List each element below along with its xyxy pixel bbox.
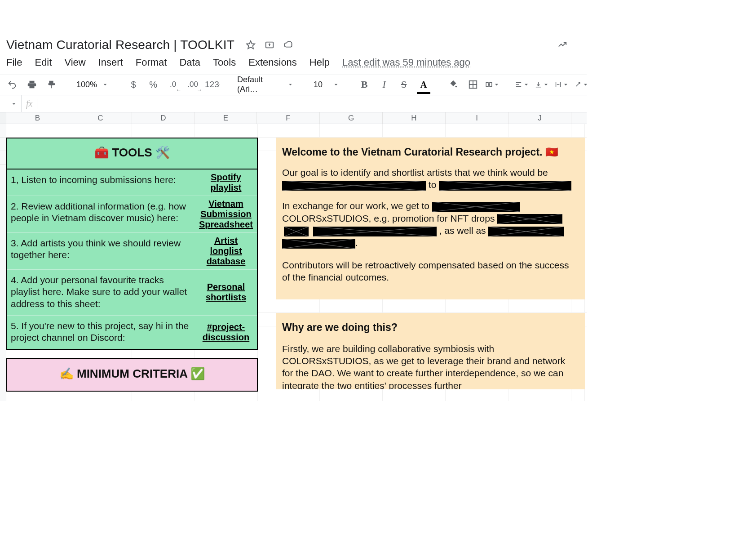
borders-button[interactable]	[465, 77, 481, 92]
text-color-button[interactable]: A	[416, 77, 431, 92]
welcome-p3: Contributors will be retroactively compe…	[282, 259, 579, 284]
tool-row-3-text: 3. Add artists you think we should revie…	[7, 233, 195, 269]
col-G[interactable]: G	[320, 112, 383, 124]
activity-icon[interactable]	[557, 39, 568, 50]
col-D[interactable]: D	[132, 112, 195, 124]
menu-tools[interactable]: Tools	[213, 57, 236, 68]
why-p1: Firstly, we are building collaborative s…	[282, 343, 579, 389]
tools-header: 🧰 TOOLS 🛠️	[7, 138, 257, 169]
tool-row-4-text: 4. Add your personal favourite tracks pl…	[7, 270, 195, 315]
menu-extensions[interactable]: Extensions	[248, 57, 297, 68]
doc-title[interactable]: Vietnam Curatorial Research | TOOLKIT	[6, 38, 234, 52]
welcome-note: Welcome to the Vietnam Curatorial Resear…	[276, 138, 585, 299]
why-note: Why are we doing this? Firstly, we are b…	[276, 313, 585, 389]
menu-format[interactable]: Format	[136, 57, 167, 68]
menu-view[interactable]: View	[64, 57, 85, 68]
menu-file[interactable]: File	[6, 57, 22, 68]
redacted-block	[432, 202, 520, 212]
menu-edit[interactable]: Edit	[35, 57, 52, 68]
format-currency-button[interactable]: $	[126, 77, 141, 92]
star-icon[interactable]	[245, 40, 256, 50]
name-box[interactable]	[0, 95, 22, 112]
criteria-header: ✍️ MINIMUM CRITERIA ✅	[6, 358, 258, 392]
col-H[interactable]: H	[383, 112, 446, 124]
redacted-block	[497, 214, 562, 224]
col-end	[571, 112, 587, 124]
strikethrough-button[interactable]: S	[396, 77, 411, 92]
tool-row-5-text: 5. If you're new to this project, say hi…	[7, 316, 195, 349]
col-B[interactable]: B	[6, 112, 69, 124]
increase-decimal-button[interactable]: .00→	[185, 77, 200, 92]
col-I[interactable]: I	[446, 112, 508, 124]
number-format-select[interactable]: 123	[205, 77, 220, 92]
svg-rect-6	[486, 83, 488, 87]
tool-row-1-link[interactable]: Spotify playlist	[198, 172, 254, 193]
welcome-p2b: COLORSxSTUDIOS, e.g. promotion for NFT d…	[282, 213, 497, 223]
merge-cells-button[interactable]	[485, 77, 500, 92]
decrease-decimal-button[interactable]: .0←	[165, 77, 181, 92]
tool-row-2-link[interactable]: Vietnam Submission Spreadsheet	[198, 199, 254, 230]
redacted-block	[439, 181, 571, 191]
italic-button[interactable]: I	[376, 77, 392, 92]
font-family-select[interactable]: Default (Ari…	[234, 75, 296, 94]
redacted-block	[313, 227, 437, 236]
move-to-drive-icon[interactable]	[264, 40, 275, 50]
tool-row-2-text: 2. Review additional information (e.g. h…	[7, 196, 195, 232]
tool-row-4-link[interactable]: Personal shortlists	[198, 282, 254, 303]
h-align-button[interactable]	[515, 77, 530, 92]
tool-row-3-link[interactable]: Artist longlist database	[198, 236, 254, 267]
tools-card: 🧰 TOOLS 🛠️ 1, Listen to incoming submiss…	[6, 138, 258, 350]
bold-button[interactable]: B	[357, 77, 372, 92]
redacted-block	[284, 227, 309, 236]
redacted-block	[282, 239, 355, 249]
column-headers[interactable]: B C D E F G H I J	[0, 112, 587, 124]
text-wrap-button[interactable]	[554, 77, 570, 92]
select-all-cell[interactable]	[0, 112, 6, 124]
row-headers[interactable]	[0, 124, 6, 401]
format-percent-button[interactable]: %	[146, 77, 161, 92]
tool-row-1-text: 1, Listen to incoming submissions here:	[7, 169, 195, 196]
menu-insert[interactable]: Insert	[98, 57, 123, 68]
menu-help[interactable]: Help	[309, 57, 330, 68]
col-J[interactable]: J	[508, 112, 571, 124]
text-rotation-button[interactable]	[574, 77, 587, 92]
welcome-p1a: Our goal is to identify and shortlist ar…	[282, 167, 548, 178]
redacted-block	[488, 227, 564, 236]
welcome-p2a: In exchange for our work, we get to	[282, 201, 432, 211]
redacted-block	[282, 181, 426, 191]
formula-input[interactable]	[37, 95, 587, 112]
col-F[interactable]: F	[257, 112, 320, 124]
undo-button[interactable]	[4, 77, 20, 92]
fx-label: fx	[22, 98, 37, 109]
cloud-status-icon[interactable]	[283, 40, 294, 50]
menu-data[interactable]: Data	[179, 57, 200, 68]
col-E[interactable]: E	[195, 112, 257, 124]
v-align-button[interactable]	[535, 77, 550, 92]
fill-color-button[interactable]	[446, 77, 461, 92]
welcome-p2c: , as well as	[439, 225, 489, 236]
why-title: Why are we doing this?	[282, 321, 579, 334]
welcome-p2d: .	[355, 237, 358, 248]
svg-marker-0	[247, 41, 255, 49]
svg-rect-7	[490, 83, 492, 87]
font-size-select[interactable]: 10	[311, 80, 342, 89]
welcome-title: Welcome to the Vietnam Curatorial Resear…	[282, 146, 579, 159]
last-edit-link[interactable]: Last edit was 59 minutes ago	[342, 57, 470, 68]
col-C[interactable]: C	[69, 112, 132, 124]
zoom-select[interactable]: 100%	[74, 80, 111, 89]
welcome-p1b: to	[429, 179, 439, 190]
paint-format-button[interactable]	[44, 77, 59, 92]
svg-point-2	[455, 86, 457, 88]
tool-row-5-link[interactable]: #project-discussion	[198, 322, 254, 343]
print-button[interactable]	[24, 77, 40, 92]
